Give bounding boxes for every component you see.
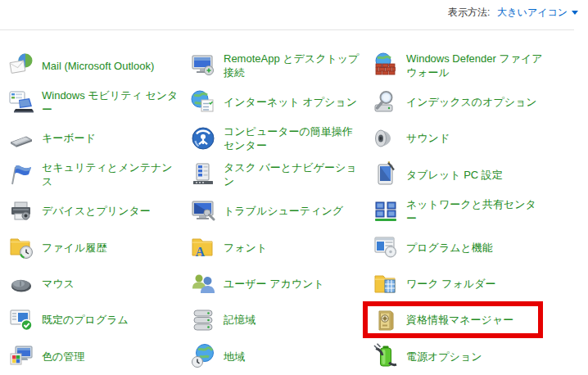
cpl-item-indexing-options[interactable]: インデックスのオプション <box>373 84 588 120</box>
cpl-item-storage-spaces[interactable]: 記憶域 <box>190 302 373 338</box>
printer-icon <box>8 198 34 224</box>
cpl-item-label: Mail (Microsoft Outlook) <box>42 59 154 73</box>
cpl-item-label: プログラムと機能 <box>406 241 493 255</box>
network-icon <box>373 198 399 224</box>
keyboard-icon <box>8 125 34 151</box>
fonts-folder-icon: A <box>190 234 216 260</box>
ease-of-access-icon <box>190 125 216 151</box>
cpl-item-label: セキュリティとメンテナンス <box>42 160 181 188</box>
cpl-item-work-folders[interactable]: ワーク フォルダー <box>373 265 588 301</box>
view-by-label: 表示方法: <box>448 6 490 20</box>
cpl-item-mobility-center[interactable]: Windows モビリティ センター <box>8 84 190 120</box>
cpl-item-color-management[interactable]: 色の管理 <box>8 338 190 374</box>
cpl-item-file-history[interactable]: ファイル履歴 <box>8 229 190 265</box>
cpl-item-label: 電源オプション <box>406 350 482 364</box>
control-panel-window: 表示方法: 大きいアイコン Mail (Microsoft Outlook) W… <box>0 0 588 375</box>
view-mode-value: 大きいアイコン <box>497 6 568 20</box>
cpl-item-windows-defender-firewall[interactable]: Windows Defender ファイアウォール <box>373 47 588 84</box>
tablet-pen-icon <box>373 161 399 188</box>
speaker-icon <box>373 125 399 151</box>
cpl-item-label: ネットワークと共有センター <box>406 197 545 225</box>
cpl-item-ease-of-access[interactable]: コンピューターの簡単操作センター <box>190 120 373 156</box>
cpl-item-label: サウンド <box>406 131 450 145</box>
mouse-icon <box>8 271 34 297</box>
cpl-item-mail[interactable]: Mail (Microsoft Outlook) <box>8 47 190 84</box>
monitor-palette-icon <box>8 343 34 369</box>
cpl-item-label: 色の管理 <box>42 350 84 364</box>
cpl-item-label: マウス <box>42 277 75 291</box>
cpl-item-network-sharing-center[interactable]: ネットワークと共有センター <box>373 193 588 229</box>
cpl-item-label: フォント <box>224 241 267 255</box>
cpl-item-label: インターネット オプション <box>224 95 357 109</box>
security-flag-icon <box>8 161 34 188</box>
cpl-item-tablet-pc[interactable]: タブレット PC 設定 <box>373 156 588 192</box>
cpl-item-label: タスク バーとナビゲーション <box>224 160 363 188</box>
cpl-item-region[interactable]: 地域 <box>190 338 373 374</box>
cpl-item-label: デバイスとプリンター <box>42 204 151 218</box>
cpl-item-default-programs[interactable]: 既定のプログラム <box>8 302 190 338</box>
cpl-item-programs-features[interactable]: プログラムと機能 <box>373 229 588 265</box>
battery-plug-icon <box>373 343 399 369</box>
remote-desktop-icon <box>190 52 216 79</box>
safe-vault-icon <box>373 307 399 333</box>
cpl-item-sound[interactable]: サウンド <box>373 120 588 156</box>
cpl-item-label: コンピューターの簡単操作センター <box>224 124 363 152</box>
cpl-item-label: 既定のプログラム <box>42 313 129 327</box>
cpl-item-label: トラブルシューティング <box>224 204 343 218</box>
cpl-item-label: 資格情報マネージャー <box>406 313 513 327</box>
cpl-item-label: 地域 <box>224 350 245 364</box>
cpl-item-security-maintenance[interactable]: セキュリティとメンテナンス <box>8 156 190 192</box>
view-mode-dropdown[interactable]: 大きいアイコン <box>497 6 578 20</box>
cpl-item-user-accounts[interactable]: ユーザー アカウント <box>190 265 373 301</box>
control-panel-items-grid: Mail (Microsoft Outlook) Windows モビリティ セ… <box>8 47 588 375</box>
cpl-item-devices-printers[interactable]: デバイスとプリンター <box>8 193 190 229</box>
cpl-item-label: ユーザー アカウント <box>224 277 324 291</box>
window-disc-icon <box>373 234 399 260</box>
cpl-item-label: ファイル履歴 <box>42 241 106 255</box>
cpl-item-fonts[interactable]: A フォント <box>190 229 373 265</box>
storage-disks-icon <box>190 307 216 333</box>
cpl-item-mouse[interactable]: マウス <box>8 265 190 301</box>
taskbar-icon <box>190 161 216 188</box>
cpl-item-label: Windows モビリティ センター <box>42 88 181 116</box>
work-folder-icon <box>373 271 399 297</box>
window-check-icon <box>8 307 34 333</box>
cpl-item-remoteapp[interactable]: RemoteApp とデスクトップ接続 <box>190 47 373 84</box>
mail-icon <box>8 52 34 79</box>
firewall-icon <box>373 52 399 79</box>
monitor-wrench-icon <box>190 198 216 224</box>
chevron-down-icon <box>572 11 578 15</box>
globe-clock-icon <box>190 343 216 369</box>
cpl-item-label: キーボード <box>42 131 96 145</box>
cpl-item-power-options[interactable]: 電源オプション <box>373 338 588 374</box>
globe-settings-icon <box>190 89 216 115</box>
cpl-item-label: タブレット PC 設定 <box>406 168 503 182</box>
view-options-bar: 表示方法: 大きいアイコン <box>448 6 578 20</box>
cpl-item-taskbar-navigation[interactable]: タスク バーとナビゲーション <box>190 156 373 192</box>
cpl-item-label: RemoteApp とデスクトップ接続 <box>224 52 363 79</box>
search-drive-icon <box>373 89 399 115</box>
svg-text:A: A <box>196 245 206 259</box>
cpl-item-troubleshooting[interactable]: トラブルシューティング <box>190 193 373 229</box>
mobility-center-icon <box>8 89 34 115</box>
cpl-item-internet-options[interactable]: インターネット オプション <box>190 84 373 120</box>
cpl-item-label: ワーク フォルダー <box>406 277 495 291</box>
cpl-item-credential-manager[interactable]: 資格情報マネージャー <box>373 302 588 338</box>
two-users-icon <box>190 271 216 297</box>
cpl-item-label: インデックスのオプション <box>406 95 537 109</box>
header-divider <box>0 29 574 30</box>
folder-clock-icon <box>8 234 34 260</box>
cpl-item-label: 記憶域 <box>224 313 256 327</box>
cpl-item-label: Windows Defender ファイアウォール <box>406 52 545 79</box>
cpl-item-keyboard[interactable]: キーボード <box>8 120 190 156</box>
